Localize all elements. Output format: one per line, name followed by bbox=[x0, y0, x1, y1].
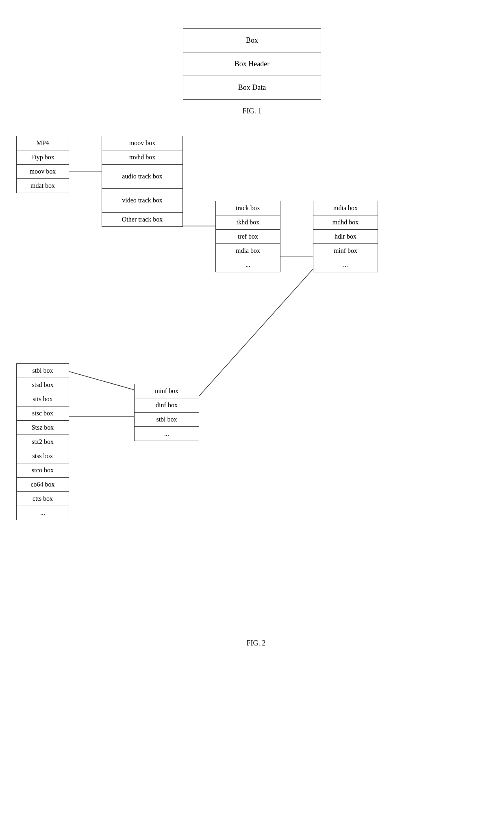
mp4-row-mdat: mdat box bbox=[17, 179, 69, 193]
page: Box Box Header Box Data FIG. 1 bbox=[0, 0, 504, 828]
stbl-row-co64: co64 box bbox=[17, 478, 69, 492]
moov-row-other: Other track box bbox=[102, 213, 182, 226]
minf-row-stbl: stbl box bbox=[135, 413, 199, 427]
stbl-row-stz2: stz2 box bbox=[17, 435, 69, 449]
stbl-detail-box: stbl box stsd box stts box stsc box Stsz… bbox=[16, 363, 69, 520]
stbl-row-stsz: Stsz box bbox=[17, 421, 69, 435]
moov-detail-box: moov box mvhd box audio track box video … bbox=[102, 136, 183, 227]
minf-row-dots: ... bbox=[135, 427, 199, 441]
svg-line-5 bbox=[199, 269, 313, 396]
mp4-row-moov: moov box bbox=[17, 165, 69, 179]
track-row-mdia: mdia box bbox=[216, 244, 280, 258]
stbl-row-ctts: ctts box bbox=[17, 492, 69, 506]
stbl-row-stts: stts box bbox=[17, 392, 69, 406]
moov-row-audio: audio track box bbox=[102, 165, 182, 189]
fig1-container: Box Box Header Box Data FIG. 1 bbox=[8, 28, 496, 128]
mdia-row-minf: minf box bbox=[313, 244, 378, 258]
minf-row-dinf: dinf box bbox=[135, 398, 199, 413]
mp4-row-mp4: MP4 bbox=[17, 136, 69, 150]
mdia-detail-box: mdia box mdhd box hdlr box minf box ... bbox=[313, 201, 378, 272]
moov-row-video: video track box bbox=[102, 189, 182, 213]
stbl-row-stbl: stbl box bbox=[17, 364, 69, 378]
mdia-row-dots: ... bbox=[313, 258, 378, 272]
mp4-box: MP4 Ftyp box moov box mdat box bbox=[16, 136, 69, 193]
mp4-row-ftyp: Ftyp box bbox=[17, 150, 69, 165]
moov-row-moov: moov box bbox=[102, 136, 182, 150]
fig1-row-data: Box Data bbox=[183, 76, 321, 99]
track-row-dots: ... bbox=[216, 258, 280, 272]
mdia-row-mdhd: mdhd box bbox=[313, 215, 378, 230]
stbl-row-stco: stco box bbox=[17, 463, 69, 478]
stbl-row-dots: ... bbox=[17, 506, 69, 520]
track-row-tkhd: tkhd box bbox=[216, 215, 280, 230]
svg-line-3 bbox=[69, 372, 134, 390]
fig2-label: FIG. 2 bbox=[12, 639, 500, 648]
fig1-row-box: Box bbox=[183, 29, 321, 52]
stbl-row-stsc: stsc box bbox=[17, 406, 69, 421]
mdia-row-mdia: mdia box bbox=[313, 201, 378, 215]
track-detail-box: track box tkhd box tref box mdia box ... bbox=[215, 201, 280, 272]
track-row-track: track box bbox=[216, 201, 280, 215]
stbl-row-stsd: stsd box bbox=[17, 378, 69, 392]
fig1-label: FIG. 1 bbox=[242, 107, 261, 115]
minf-row-minf: minf box bbox=[135, 384, 199, 398]
fig1-row-header: Box Header bbox=[183, 52, 321, 76]
mdia-row-hdlr: hdlr box bbox=[313, 230, 378, 244]
fig1-box-diagram: Box Box Header Box Data bbox=[183, 28, 321, 100]
moov-row-mvhd: mvhd box bbox=[102, 150, 182, 165]
minf-detail-box: minf box dinf box stbl box ... bbox=[134, 384, 199, 441]
stbl-row-stss: stss box bbox=[17, 449, 69, 463]
fig2-container: MP4 Ftyp box moov box mdat box moov box … bbox=[12, 132, 500, 660]
track-row-tref: tref box bbox=[216, 230, 280, 244]
